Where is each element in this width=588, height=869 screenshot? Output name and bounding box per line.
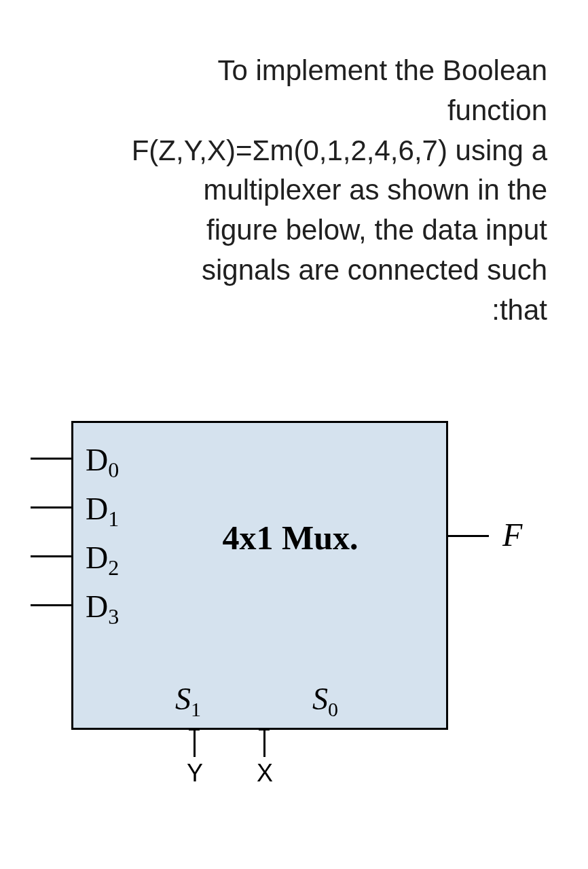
data-input-d3: D3 <box>86 582 119 631</box>
question-line: function <box>68 91 547 131</box>
tick-s0 <box>259 728 270 731</box>
wire-d2 <box>31 555 71 557</box>
select-line-labels: S1 S0 <box>175 681 338 717</box>
wire-d3 <box>31 604 71 606</box>
wire-output <box>448 535 489 537</box>
data-input-d1: D1 <box>86 484 119 533</box>
question-line: F(Z,Y,X)=Σm(0,1,2,4,6,7) using a <box>68 131 547 171</box>
wire-s0 <box>263 730 265 757</box>
d1-label: D1 <box>86 491 119 527</box>
wire-s1 <box>194 730 196 757</box>
d3-label: D3 <box>86 589 119 625</box>
d0-label: D0 <box>86 442 119 478</box>
mux-box: D0 D1 D2 D3 4x1 Mux. S1 S0 <box>71 421 448 730</box>
select-input-x: X <box>257 759 273 788</box>
wire-d0 <box>31 458 71 460</box>
d2-label: D2 <box>86 540 119 576</box>
tick-s1 <box>189 728 200 731</box>
mux-diagram: D0 D1 D2 D3 4x1 Mux. S1 S0 F <box>0 421 588 801</box>
page-root: To implement the Boolean function F(Z,Y,… <box>0 0 588 869</box>
question-text: To implement the Boolean function F(Z,Y,… <box>68 51 547 331</box>
mux-title: 4x1 Mux. <box>155 518 426 557</box>
select-input-y: Y <box>187 759 203 788</box>
question-line: To implement the Boolean <box>68 51 547 91</box>
question-line: :that <box>68 291 547 331</box>
data-input-d2: D2 <box>86 533 119 582</box>
data-input-d0: D0 <box>86 435 119 484</box>
question-line: signals are connected such <box>68 251 547 291</box>
wire-d1 <box>31 506 71 509</box>
s0-label: S0 <box>312 681 338 717</box>
question-line: multiplexer as shown in the <box>68 170 547 210</box>
question-line: figure below, the data input <box>68 210 547 251</box>
s1-label: S1 <box>175 681 201 717</box>
output-label: F <box>502 516 522 553</box>
data-input-labels: D0 D1 D2 D3 <box>86 435 119 631</box>
